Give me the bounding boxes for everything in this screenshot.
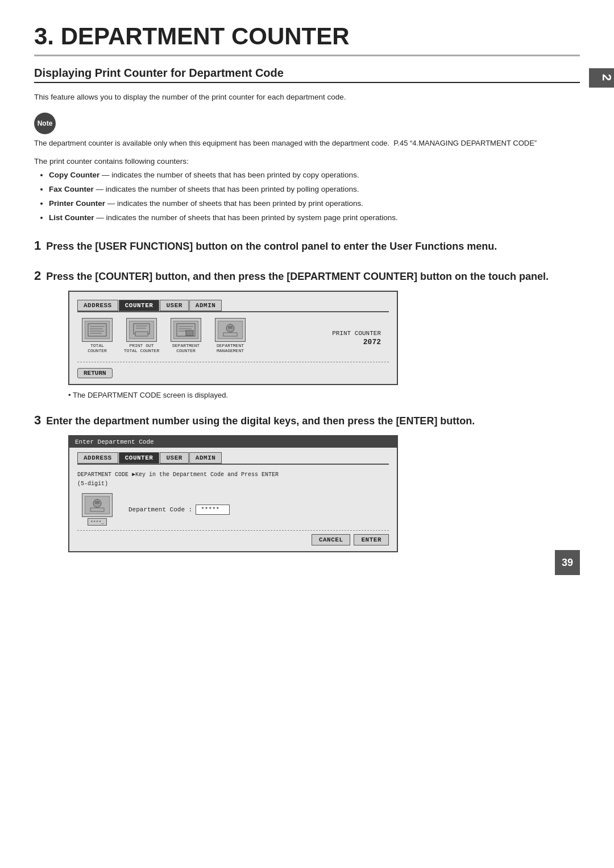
dept-code-label: Department Code : [128,506,192,513]
screen2-device-icon-item: ****_ [77,493,117,526]
list-item: Fax Counter — indicates the number of sh… [49,183,580,196]
step-1: 1 Press the [USER FUNCTIONS] button on t… [34,237,580,255]
screen2-dept-info: DEPARTMENT CODE ►Key in the Department C… [77,470,389,489]
svg-rect-0 [88,324,106,336]
page-number: 39 [555,550,580,575]
tab-admin-2[interactable]: ADMIN [189,452,222,464]
step-3-heading: 3 Enter the department number using the … [34,412,580,429]
counter-list: Copy Counter — indicates the number of s… [34,169,580,225]
tab-counter-2[interactable]: COUNTER [119,452,160,464]
step-2-text: Press the [COUNTER] button, and then pre… [46,271,549,282]
screen2-inner: ADDRESS COUNTER USER ADMIN DEPARTMENT CO… [69,448,397,552]
dept-code-value-display: ***** [196,505,230,515]
page-wrapper: 2 3. DEPARTMENT COUNTER Displaying Print… [0,0,614,592]
dept-counter-label: DEPARTMENTCOUNTER [172,343,200,354]
section-title: Displaying Print Counter for Department … [34,67,580,83]
tab-admin[interactable]: ADMIN [189,300,222,311]
step-1-text: Press the [USER FUNCTIONS] button on the… [46,241,497,252]
total-counter-icon-inner [85,321,110,339]
screen-divider-1 [77,362,389,362]
svg-rect-13 [186,330,193,336]
return-button[interactable]: RETURN [77,368,113,378]
step-3: 3 Enter the department number using the … [34,412,580,552]
printout-counter-icon-item: PRINT OUTTOTAL COUNTER [122,318,161,354]
step-2-number: 2 [34,268,41,283]
dept-mgmt-icon-inner [218,321,243,339]
print-counter-label: PRINT COUNTER [332,330,381,337]
dept-mgmt-svg [220,323,240,337]
total-counter-icon-item: TOTALCOUNTER [77,318,117,354]
dept-info-line1: DEPARTMENT CODE ►Key in the Department C… [77,470,389,480]
chapter-title: 3. DEPARTMENT COUNTER [34,23,580,56]
step-3-number: 3 [34,413,41,427]
screen2-device-icon [82,493,113,517]
step-2: 2 Press the [COUNTER] button, and then p… [34,267,580,399]
cancel-button[interactable]: CANCEL [312,534,351,545]
screen2-divider [77,530,389,531]
list-item: List Counter — indicates the number of s… [49,212,580,225]
dept-code-field: Department Code : ***** [128,505,230,515]
screen2-keypad-label: ****_ [88,518,107,526]
dept-info-line2: (5-digit) [77,480,389,489]
svg-rect-19 [95,501,99,504]
dept-counter-icon[interactable] [171,318,201,342]
tab-user[interactable]: USER [160,300,188,311]
screen2-content-row: ****_ Department Code : ***** [77,493,389,526]
tab-user-2[interactable]: USER [160,452,188,464]
svg-rect-15 [223,333,237,336]
screen2-device-icon-inner [85,496,110,514]
step-1-heading: 1 Press the [USER FUNCTIONS] button on t… [34,237,580,255]
tab-bar-2: ADDRESS COUNTER USER ADMIN [77,452,389,465]
print-counter-display: PRINT COUNTER 2072 [332,330,381,346]
step-1-number: 1 [34,238,41,253]
printout-counter-label: PRINT OUTTOTAL COUNTER [124,343,159,354]
note-icon: Note [34,113,56,134]
screen2-buttons: CANCEL ENTER [77,534,389,545]
dept-mgmt-icon-item: DEPARTMENTMANAGEMENT [210,318,250,354]
screen-inner-1: ADDRESS COUNTER USER ADMIN [69,292,397,384]
side-tab: 2 [589,68,614,88]
printout-counter-icon[interactable] [126,318,157,342]
screen-mockup-1: ADDRESS COUNTER USER ADMIN [68,291,398,385]
total-counter-icon[interactable] [82,318,113,342]
total-counter-label: TOTALCOUNTER [88,343,107,354]
dept-counter-icon-inner [173,321,198,339]
note-box: Note The department counter is available… [34,113,580,150]
dept-counter-svg [176,323,196,337]
screen-icons-row: TOTALCOUNTER [77,318,250,354]
svg-rect-6 [135,332,148,336]
list-item: Printer Counter — indicates the number o… [49,197,580,210]
step-3-text: Enter the department number using the di… [46,415,475,427]
tab-address-2[interactable]: ADDRESS [77,452,118,464]
dept-code-note: • The DEPARTMENT CODE screen is displaye… [68,391,580,399]
screen2-header: Enter Department Code [69,436,397,448]
tab-bar-1: ADDRESS COUNTER USER ADMIN [77,300,389,312]
svg-rect-16 [228,326,233,329]
print-counter-value: 2072 [332,338,381,346]
tab-counter[interactable]: COUNTER [119,300,160,311]
tab-address[interactable]: ADDRESS [77,300,118,311]
note-text: The department counter is available only… [34,138,580,150]
counters-intro: The print counter contains following cou… [34,157,580,166]
step-2-heading: 2 Press the [COUNTER] button, and then p… [34,267,580,285]
svg-rect-18 [90,508,104,511]
list-item: Copy Counter — indicates the number of s… [49,169,580,182]
total-counter-svg [87,323,107,337]
printout-counter-icon-inner [129,321,154,339]
printout-counter-svg [131,323,152,337]
dept-counter-icon-item: DEPARTMENTCOUNTER [166,318,206,354]
dept-mgmt-label: DEPARTMENTMANAGEMENT [217,343,244,354]
dept-mgmt-icon[interactable] [215,318,246,342]
screen-mockup-2: Enter Department Code ADDRESS COUNTER US… [68,435,398,553]
intro-text: This feature allows you to display the n… [34,91,580,104]
enter-button[interactable]: ENTER [354,534,389,545]
screen2-device-svg [87,498,107,512]
